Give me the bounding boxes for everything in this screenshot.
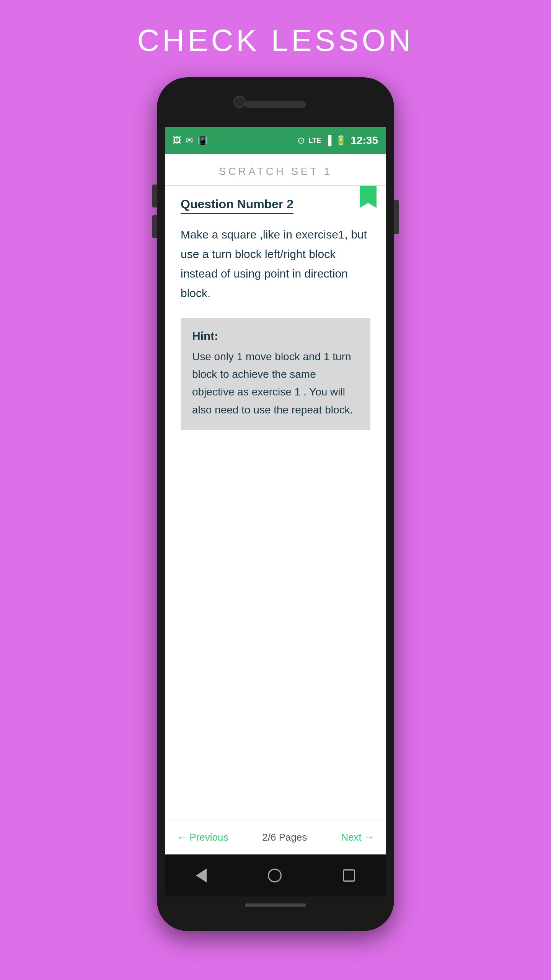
phone-camera xyxy=(233,96,246,108)
wifi-icon: ⊙ xyxy=(297,135,305,146)
status-icons-left: 🖼 ✉ 📳 xyxy=(173,136,208,145)
page-title: CHECK LESSON xyxy=(137,23,414,58)
phone-device: 🖼 ✉ 📳 ⊙ LTE ▐ 🔋 12:35 SCRATCH SET 1 xyxy=(157,77,394,931)
app-header: SCRATCH SET 1 xyxy=(165,154,386,186)
hint-label: Hint: xyxy=(192,330,359,343)
navigation-bar: ← Previous 2/6 Pages Next → xyxy=(165,820,386,854)
power-button xyxy=(394,200,399,234)
hint-text: Use only 1 move block and 1 turn block t… xyxy=(192,348,359,419)
status-icons-right: ⊙ LTE ▐ 🔋 12:35 xyxy=(297,134,378,147)
lte-icon: LTE xyxy=(309,137,321,145)
hint-box: Hint: Use only 1 move block and 1 turn b… xyxy=(181,318,370,430)
question-content: Question Number 2 Make a square ,like in… xyxy=(165,186,386,303)
recents-button[interactable] xyxy=(343,869,355,882)
app-header-title: SCRATCH SET 1 xyxy=(219,165,332,177)
volume-up-button xyxy=(152,185,157,207)
next-button[interactable]: Next → xyxy=(341,831,374,843)
question-number: Question Number 2 xyxy=(181,197,293,214)
question-text: Make a square ,like in exercise1, but us… xyxy=(181,225,370,303)
android-nav-bar xyxy=(165,854,386,897)
bookmark-icon[interactable] xyxy=(360,186,377,208)
battery-icon: 🔋 xyxy=(335,135,347,146)
phone-alert-icon: 📳 xyxy=(197,136,208,145)
image-icon: 🖼 xyxy=(173,136,181,145)
back-button[interactable] xyxy=(196,869,207,882)
phone-screen: 🖼 ✉ 📳 ⊙ LTE ▐ 🔋 12:35 SCRATCH SET 1 xyxy=(165,127,386,897)
previous-button[interactable]: ← Previous xyxy=(177,831,228,843)
content-area: Question Number 2 Make a square ,like in… xyxy=(165,186,386,820)
mail-icon: ✉ xyxy=(186,136,193,145)
status-bar: 🖼 ✉ 📳 ⊙ LTE ▐ 🔋 12:35 xyxy=(165,127,386,154)
phone-bottom-bar xyxy=(245,903,306,907)
volume-down-button xyxy=(152,215,157,238)
home-button[interactable] xyxy=(268,869,282,882)
page-indicator: 2/6 Pages xyxy=(262,831,307,843)
status-time: 12:35 xyxy=(350,134,378,147)
phone-speaker xyxy=(245,101,306,108)
signal-icon: ▐ xyxy=(325,135,331,146)
